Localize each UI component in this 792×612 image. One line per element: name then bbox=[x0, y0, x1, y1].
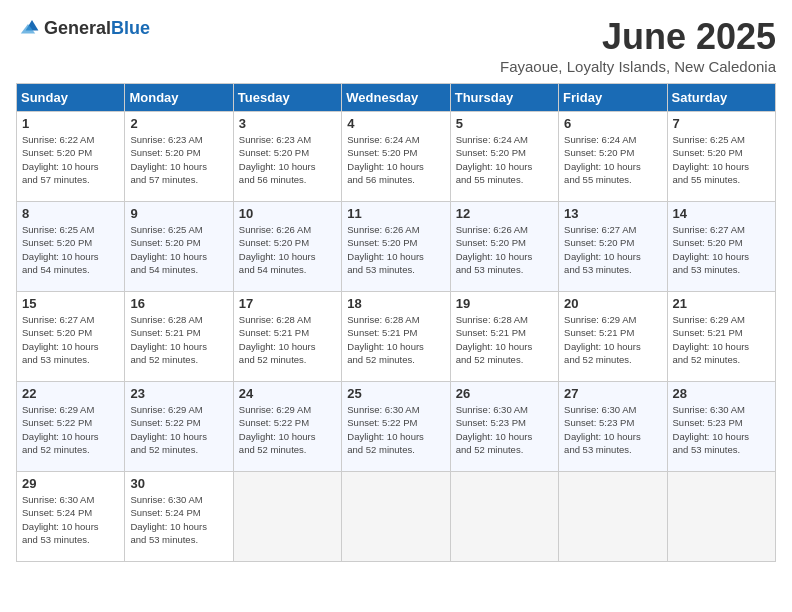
day-number: 27 bbox=[564, 386, 661, 401]
day-cell: 12Sunrise: 6:26 AM Sunset: 5:20 PM Dayli… bbox=[450, 202, 558, 292]
day-info: Sunrise: 6:27 AM Sunset: 5:20 PM Dayligh… bbox=[564, 223, 661, 276]
day-cell bbox=[342, 472, 450, 562]
day-cell: 11Sunrise: 6:26 AM Sunset: 5:20 PM Dayli… bbox=[342, 202, 450, 292]
day-cell bbox=[233, 472, 341, 562]
day-cell: 8Sunrise: 6:25 AM Sunset: 5:20 PM Daylig… bbox=[17, 202, 125, 292]
day-info: Sunrise: 6:30 AM Sunset: 5:24 PM Dayligh… bbox=[22, 493, 119, 546]
day-cell: 28Sunrise: 6:30 AM Sunset: 5:23 PM Dayli… bbox=[667, 382, 775, 472]
day-info: Sunrise: 6:26 AM Sunset: 5:20 PM Dayligh… bbox=[456, 223, 553, 276]
day-info: Sunrise: 6:25 AM Sunset: 5:20 PM Dayligh… bbox=[22, 223, 119, 276]
col-header-thursday: Thursday bbox=[450, 84, 558, 112]
day-info: Sunrise: 6:23 AM Sunset: 5:20 PM Dayligh… bbox=[130, 133, 227, 186]
day-info: Sunrise: 6:29 AM Sunset: 5:22 PM Dayligh… bbox=[22, 403, 119, 456]
header-row: SundayMondayTuesdayWednesdayThursdayFrid… bbox=[17, 84, 776, 112]
day-info: Sunrise: 6:30 AM Sunset: 5:22 PM Dayligh… bbox=[347, 403, 444, 456]
day-number: 25 bbox=[347, 386, 444, 401]
day-cell: 20Sunrise: 6:29 AM Sunset: 5:21 PM Dayli… bbox=[559, 292, 667, 382]
day-number: 22 bbox=[22, 386, 119, 401]
day-number: 9 bbox=[130, 206, 227, 221]
day-cell: 22Sunrise: 6:29 AM Sunset: 5:22 PM Dayli… bbox=[17, 382, 125, 472]
day-number: 4 bbox=[347, 116, 444, 131]
day-info: Sunrise: 6:23 AM Sunset: 5:20 PM Dayligh… bbox=[239, 133, 336, 186]
day-cell: 30Sunrise: 6:30 AM Sunset: 5:24 PM Dayli… bbox=[125, 472, 233, 562]
day-number: 10 bbox=[239, 206, 336, 221]
col-header-friday: Friday bbox=[559, 84, 667, 112]
week-row-3: 15Sunrise: 6:27 AM Sunset: 5:20 PM Dayli… bbox=[17, 292, 776, 382]
day-number: 23 bbox=[130, 386, 227, 401]
day-info: Sunrise: 6:27 AM Sunset: 5:20 PM Dayligh… bbox=[673, 223, 770, 276]
location: Fayaoue, Loyalty Islands, New Caledonia bbox=[500, 58, 776, 75]
day-cell: 27Sunrise: 6:30 AM Sunset: 5:23 PM Dayli… bbox=[559, 382, 667, 472]
day-cell: 10Sunrise: 6:26 AM Sunset: 5:20 PM Dayli… bbox=[233, 202, 341, 292]
day-cell bbox=[667, 472, 775, 562]
day-cell: 15Sunrise: 6:27 AM Sunset: 5:20 PM Dayli… bbox=[17, 292, 125, 382]
day-info: Sunrise: 6:24 AM Sunset: 5:20 PM Dayligh… bbox=[347, 133, 444, 186]
day-number: 12 bbox=[456, 206, 553, 221]
day-number: 18 bbox=[347, 296, 444, 311]
month-year: June 2025 bbox=[500, 16, 776, 58]
day-info: Sunrise: 6:26 AM Sunset: 5:20 PM Dayligh… bbox=[347, 223, 444, 276]
day-cell: 2Sunrise: 6:23 AM Sunset: 5:20 PM Daylig… bbox=[125, 112, 233, 202]
day-number: 8 bbox=[22, 206, 119, 221]
day-info: Sunrise: 6:27 AM Sunset: 5:20 PM Dayligh… bbox=[22, 313, 119, 366]
day-cell bbox=[450, 472, 558, 562]
day-number: 11 bbox=[347, 206, 444, 221]
day-info: Sunrise: 6:29 AM Sunset: 5:21 PM Dayligh… bbox=[564, 313, 661, 366]
col-header-wednesday: Wednesday bbox=[342, 84, 450, 112]
day-info: Sunrise: 6:28 AM Sunset: 5:21 PM Dayligh… bbox=[239, 313, 336, 366]
day-number: 1 bbox=[22, 116, 119, 131]
day-number: 5 bbox=[456, 116, 553, 131]
day-info: Sunrise: 6:29 AM Sunset: 5:22 PM Dayligh… bbox=[239, 403, 336, 456]
day-cell: 25Sunrise: 6:30 AM Sunset: 5:22 PM Dayli… bbox=[342, 382, 450, 472]
title-area: June 2025 Fayaoue, Loyalty Islands, New … bbox=[500, 16, 776, 75]
day-cell: 3Sunrise: 6:23 AM Sunset: 5:20 PM Daylig… bbox=[233, 112, 341, 202]
week-row-4: 22Sunrise: 6:29 AM Sunset: 5:22 PM Dayli… bbox=[17, 382, 776, 472]
header: GeneralBlue June 2025 Fayaoue, Loyalty I… bbox=[16, 16, 776, 75]
day-number: 20 bbox=[564, 296, 661, 311]
day-cell: 13Sunrise: 6:27 AM Sunset: 5:20 PM Dayli… bbox=[559, 202, 667, 292]
day-number: 28 bbox=[673, 386, 770, 401]
day-info: Sunrise: 6:30 AM Sunset: 5:23 PM Dayligh… bbox=[564, 403, 661, 456]
day-number: 19 bbox=[456, 296, 553, 311]
col-header-sunday: Sunday bbox=[17, 84, 125, 112]
day-info: Sunrise: 6:30 AM Sunset: 5:23 PM Dayligh… bbox=[456, 403, 553, 456]
day-cell: 29Sunrise: 6:30 AM Sunset: 5:24 PM Dayli… bbox=[17, 472, 125, 562]
day-cell: 5Sunrise: 6:24 AM Sunset: 5:20 PM Daylig… bbox=[450, 112, 558, 202]
day-cell: 23Sunrise: 6:29 AM Sunset: 5:22 PM Dayli… bbox=[125, 382, 233, 472]
day-info: Sunrise: 6:29 AM Sunset: 5:22 PM Dayligh… bbox=[130, 403, 227, 456]
day-info: Sunrise: 6:26 AM Sunset: 5:20 PM Dayligh… bbox=[239, 223, 336, 276]
day-number: 6 bbox=[564, 116, 661, 131]
week-row-2: 8Sunrise: 6:25 AM Sunset: 5:20 PM Daylig… bbox=[17, 202, 776, 292]
day-info: Sunrise: 6:24 AM Sunset: 5:20 PM Dayligh… bbox=[564, 133, 661, 186]
day-number: 3 bbox=[239, 116, 336, 131]
day-info: Sunrise: 6:25 AM Sunset: 5:20 PM Dayligh… bbox=[130, 223, 227, 276]
logo-blue: Blue bbox=[111, 18, 150, 38]
day-cell: 17Sunrise: 6:28 AM Sunset: 5:21 PM Dayli… bbox=[233, 292, 341, 382]
day-cell: 9Sunrise: 6:25 AM Sunset: 5:20 PM Daylig… bbox=[125, 202, 233, 292]
day-cell: 26Sunrise: 6:30 AM Sunset: 5:23 PM Dayli… bbox=[450, 382, 558, 472]
day-cell: 18Sunrise: 6:28 AM Sunset: 5:21 PM Dayli… bbox=[342, 292, 450, 382]
day-info: Sunrise: 6:28 AM Sunset: 5:21 PM Dayligh… bbox=[456, 313, 553, 366]
col-header-tuesday: Tuesday bbox=[233, 84, 341, 112]
day-cell: 6Sunrise: 6:24 AM Sunset: 5:20 PM Daylig… bbox=[559, 112, 667, 202]
day-number: 21 bbox=[673, 296, 770, 311]
day-info: Sunrise: 6:28 AM Sunset: 5:21 PM Dayligh… bbox=[347, 313, 444, 366]
day-number: 14 bbox=[673, 206, 770, 221]
day-cell: 19Sunrise: 6:28 AM Sunset: 5:21 PM Dayli… bbox=[450, 292, 558, 382]
day-info: Sunrise: 6:25 AM Sunset: 5:20 PM Dayligh… bbox=[673, 133, 770, 186]
day-number: 24 bbox=[239, 386, 336, 401]
calendar-table: SundayMondayTuesdayWednesdayThursdayFrid… bbox=[16, 83, 776, 562]
day-number: 17 bbox=[239, 296, 336, 311]
day-info: Sunrise: 6:30 AM Sunset: 5:23 PM Dayligh… bbox=[673, 403, 770, 456]
logo-general: General bbox=[44, 18, 111, 38]
col-header-saturday: Saturday bbox=[667, 84, 775, 112]
day-cell: 16Sunrise: 6:28 AM Sunset: 5:21 PM Dayli… bbox=[125, 292, 233, 382]
day-info: Sunrise: 6:30 AM Sunset: 5:24 PM Dayligh… bbox=[130, 493, 227, 546]
day-number: 26 bbox=[456, 386, 553, 401]
day-number: 2 bbox=[130, 116, 227, 131]
day-cell: 7Sunrise: 6:25 AM Sunset: 5:20 PM Daylig… bbox=[667, 112, 775, 202]
day-cell: 1Sunrise: 6:22 AM Sunset: 5:20 PM Daylig… bbox=[17, 112, 125, 202]
day-info: Sunrise: 6:24 AM Sunset: 5:20 PM Dayligh… bbox=[456, 133, 553, 186]
col-header-monday: Monday bbox=[125, 84, 233, 112]
day-info: Sunrise: 6:29 AM Sunset: 5:21 PM Dayligh… bbox=[673, 313, 770, 366]
